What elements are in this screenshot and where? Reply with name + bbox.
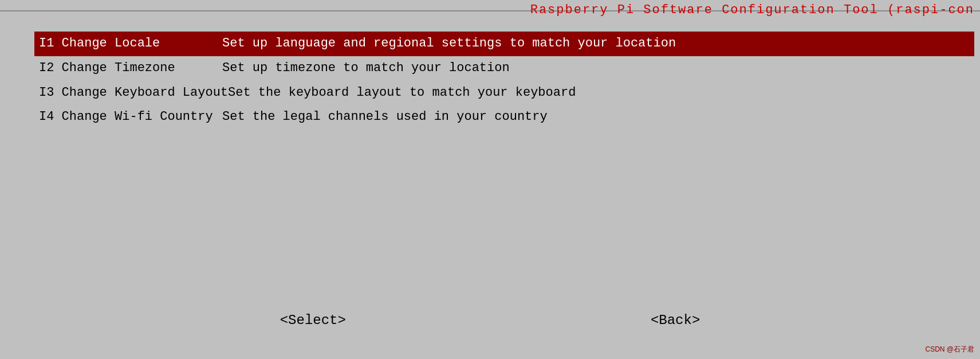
menu-item-desc-2: Set up timezone to match your location (222, 60, 510, 77)
menu-item-2[interactable]: I2 Change TimezoneSet up timezone to mat… (34, 56, 974, 81)
watermark: CSDN @石子君 (925, 345, 974, 354)
bottom-buttons: <Select> <Back> (0, 310, 980, 330)
menu-item-desc-4: Set the legal channels used in your coun… (222, 108, 548, 126)
menu-item-3[interactable]: I3 Change Keyboard LayoutSet the keyboar… (34, 81, 974, 106)
menu-item-desc-1: Set up language and regional settings to… (222, 35, 676, 53)
menu-item-id-2: I2 Change Timezone (39, 60, 222, 77)
title-bar: Raspberry Pi Software Configuration Tool… (0, 0, 980, 23)
menu-item-id-4: I4 Change Wi-fi Country (39, 108, 222, 126)
menu-item-desc-3: Set the keyboard layout to match your ke… (228, 84, 576, 102)
menu-item-id-3: I3 Change Keyboard Layout (39, 84, 228, 102)
menu-item-1[interactable]: I1 Change LocaleSet up language and regi… (34, 32, 974, 56)
menu-item-4[interactable]: I4 Change Wi-fi CountrySet the legal cha… (34, 105, 974, 130)
select-button[interactable]: <Select> (271, 310, 355, 330)
back-button[interactable]: <Back> (641, 310, 709, 330)
app-title: Raspberry Pi Software Configuration Tool… (530, 3, 974, 17)
menu-item-id-1: I1 Change Locale (39, 35, 222, 53)
menu-container: I1 Change LocaleSet up language and regi… (34, 32, 974, 130)
